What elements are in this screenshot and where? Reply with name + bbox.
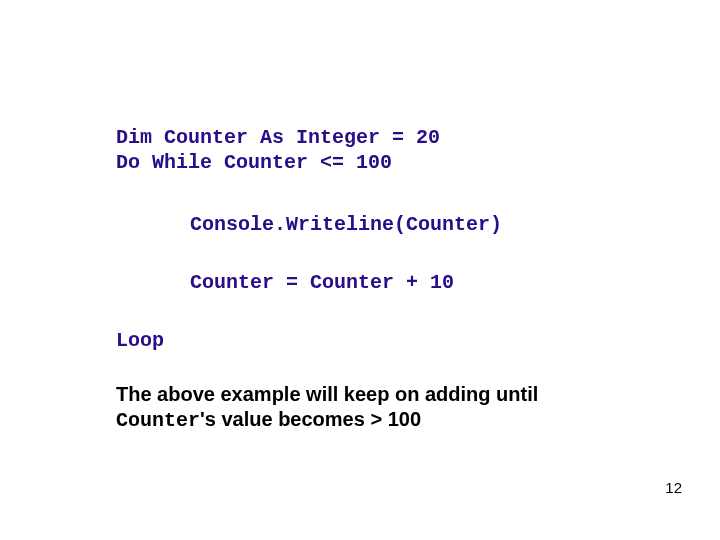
explanation-part1: The above example will keep on adding un… xyxy=(116,383,538,405)
explanation-text: The above example will keep on adding un… xyxy=(116,382,616,433)
code-line-dim: Dim Counter As Integer = 20 xyxy=(116,126,440,149)
code-loop-line: Loop xyxy=(116,328,164,353)
page-number: 12 xyxy=(665,479,682,496)
code-line-dowhile: Do While Counter <= 100 xyxy=(116,151,392,174)
code-increment-line: Counter = Counter + 10 xyxy=(190,270,454,295)
explanation-part2: 's value becomes > 100 xyxy=(200,408,421,430)
slide: Dim Counter As Integer = 20 Do While Cou… xyxy=(0,0,720,540)
code-declaration-block: Dim Counter As Integer = 20 Do While Cou… xyxy=(116,125,440,175)
explanation-mono: Counter xyxy=(116,409,200,432)
code-console-line: Console.Writeline(Counter) xyxy=(190,212,502,237)
